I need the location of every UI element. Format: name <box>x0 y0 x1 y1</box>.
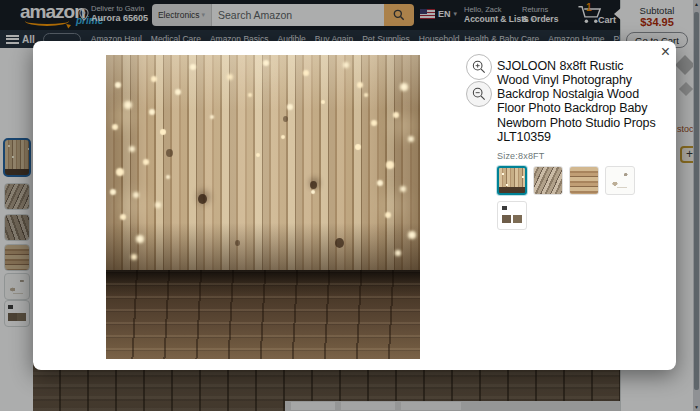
zoom-in-button[interactable] <box>466 54 492 80</box>
modal-thumbnails <box>497 166 647 230</box>
zoom-out-button[interactable] <box>466 81 492 107</box>
image-zoom-modal: × SJOLOON 8x8ft Rustic Wood Vinyl Photog… <box>33 41 676 370</box>
image-thumbnail-selected[interactable] <box>497 166 527 195</box>
screen: amazon prime Deliver to Gavin Aurora 656… <box>0 0 700 411</box>
zoom-out-icon <box>471 86 487 102</box>
zoomed-product-image[interactable] <box>106 55 420 359</box>
modal-info: SJOLOON 8x8ft Rustic Wood Vinyl Photogra… <box>497 59 663 230</box>
image-thumbnail[interactable] <box>497 201 527 230</box>
image-thumbnail[interactable] <box>533 166 563 195</box>
wood-floor-graphic <box>106 270 420 359</box>
wood-wall-graphic <box>106 55 420 270</box>
product-title: SJOLOON 8x8ft Rustic Wood Vinyl Photogra… <box>497 59 657 144</box>
size-label: Size:8x8FT <box>497 151 663 161</box>
image-thumbnail[interactable] <box>605 166 635 195</box>
image-thumbnail[interactable] <box>569 166 599 195</box>
bokeh-glow-graphic <box>106 55 108 57</box>
zoom-in-icon <box>471 59 487 75</box>
